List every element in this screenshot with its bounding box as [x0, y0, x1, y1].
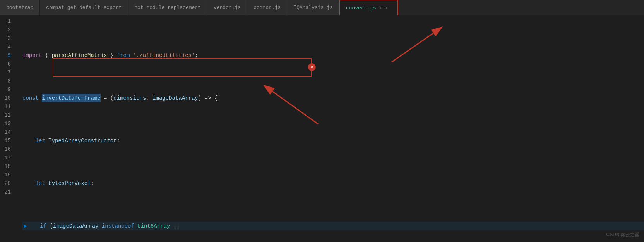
code-area: 1 2 3 4 5 6 7 8 9 10 11 12 13 14 15 16 1… [0, 16, 644, 242]
token-if1: if [40, 222, 46, 230]
line-num-6: 6 [0, 60, 12, 68]
token-str1: './affineUtilities' [133, 51, 195, 60]
line-num-13: 13 [0, 119, 12, 128]
line-num-1: 1 [0, 17, 12, 26]
line-numbers: 1 2 3 4 5 6 7 8 9 10 11 12 13 14 15 16 1… [0, 16, 16, 242]
tab-label: compat get default export [46, 5, 122, 10]
line-num-21: 21 [0, 188, 12, 196]
code-content: import { parseAffineMatrix } from './aff… [16, 16, 644, 242]
tab-convert[interactable]: convert.js ✕ › [339, 0, 398, 16]
code-line-4: let bytesPerVoxel; [22, 179, 644, 188]
svg-line-3 [264, 85, 318, 124]
line-num-16: 16 [0, 145, 12, 154]
code-line-3: let TypedArrayConstructor; [22, 137, 644, 145]
token-from: from [117, 51, 130, 60]
tab-common[interactable]: common.js [247, 0, 287, 16]
line-num-10: 10 [0, 94, 12, 102]
line-num-7: 7 [0, 68, 12, 77]
token-let1: let [36, 137, 45, 145]
tab-label: vendor.js [214, 5, 241, 10]
token-import: import [22, 51, 42, 60]
tab-iqanalysis[interactable]: IQAnalysis.js [287, 0, 339, 16]
tab-label: bootstrap [6, 5, 33, 10]
tab-label: convert.js [346, 5, 376, 11]
token-bytespervoxel1: bytesPerVoxel [48, 179, 91, 188]
token-instanceof1: instanceof [102, 222, 134, 230]
token-uint8array1: Uint8Array [137, 222, 170, 230]
line-num-12: 12 [0, 111, 12, 119]
token-const: const [22, 94, 39, 102]
red-annotation-box [53, 58, 312, 77]
line-num-11: 11 [0, 102, 12, 111]
line-num-5: 5 [0, 51, 12, 60]
token-parseaffine: parseAffineMatrix [52, 51, 107, 60]
line-num-20: 20 [0, 179, 12, 188]
line-num-8: 8 [0, 77, 12, 85]
token-imagedataarray2: imageDataArray [53, 222, 99, 230]
token-let2: let [36, 179, 45, 188]
tab-hmr[interactable]: hot module replacement [128, 0, 207, 16]
token-dimensions: dimensions [113, 94, 146, 102]
tab-label: common.js [253, 5, 281, 10]
line-num-18: 18 [0, 162, 12, 171]
line-num-3: 3 [0, 34, 12, 43]
red-arrow-tab [16, 16, 644, 242]
line-num-2: 2 [0, 26, 12, 34]
red-x-close-icon: ✕ [308, 63, 316, 71]
tab-bootstrap[interactable]: bootstrap [0, 0, 40, 16]
line-num-15: 15 [0, 137, 12, 145]
watermark: CSDN @云之遥 [606, 230, 639, 239]
code-line-1: import { parseAffineMatrix } from './aff… [22, 51, 644, 60]
code-line-5: ▶ if (imageDataArray instanceof Uint8Arr… [22, 222, 644, 230]
line-num-14: 14 [0, 128, 12, 137]
line-num-9: 9 [0, 85, 12, 94]
tab-close-icon[interactable]: ✕ [379, 5, 382, 11]
line-num-19: 19 [0, 171, 12, 179]
tab-vendor[interactable]: vendor.js [207, 0, 247, 16]
current-line-indicator: ▶ [22, 222, 29, 230]
tab-bar: bootstrap compat get default export hot … [0, 0, 644, 16]
token-imagedataarray: imageDataArray [152, 94, 198, 102]
editor-area: 1 2 3 4 5 6 7 8 9 10 11 12 13 14 15 16 1… [0, 16, 644, 242]
tab-chevron-icon[interactable]: › [382, 0, 391, 16]
tab-compat[interactable]: compat get default export [40, 0, 128, 16]
line-num-17: 17 [0, 154, 12, 162]
token-typedarrayconstructor1: TypedArrayConstructor [48, 137, 116, 145]
tab-label: IQAnalysis.js [293, 5, 332, 10]
line-num-4: 4 [0, 43, 12, 51]
tab-label: hot module replacement [134, 5, 201, 10]
code-line-2: const invertDataPerFrame = (dimensions, … [22, 94, 644, 102]
token-invertdata: invertDataPerFrame [42, 94, 100, 102]
